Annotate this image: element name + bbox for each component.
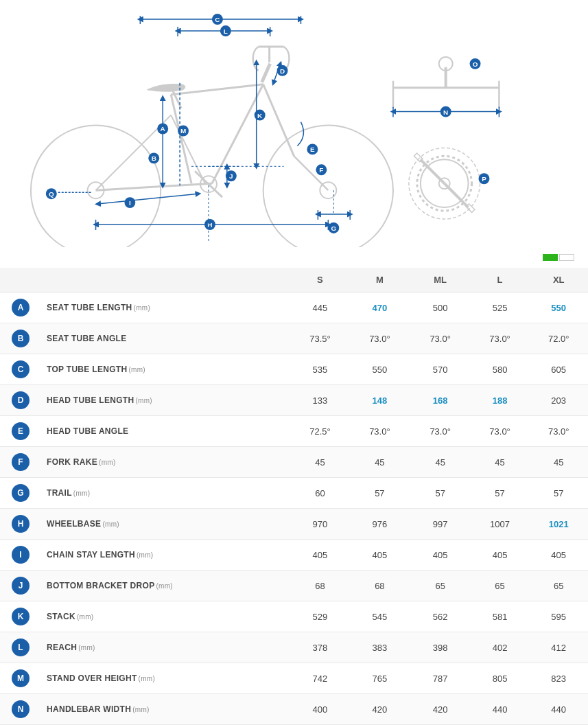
label-badge-N: N — [12, 700, 30, 718]
geometry-diagram: C L A M B D E F G — [14, 7, 574, 247]
row-name-cell: STAND OVER HEIGHT(mm) — [41, 663, 291, 694]
unit-label: (mm) — [132, 706, 150, 713]
row-value-cell: 57 — [410, 478, 471, 509]
row-value-cell: 45 — [349, 447, 410, 478]
row-value-cell: 60 — [291, 478, 350, 509]
row-badge-cell: K — [0, 601, 41, 632]
row-value-cell: 525 — [471, 292, 530, 323]
table-row: BSEAT TUBE ANGLE73.5°73.0°73.0°73.0°72.0… — [0, 323, 588, 354]
row-badge-cell: M — [0, 663, 41, 694]
label-badge-B: B — [12, 330, 30, 347]
table-row: GTRAIL(mm)6057575757 — [0, 478, 588, 509]
table-row: KSTACK(mm)529545562581595 — [0, 601, 588, 632]
row-value-cell: 73.0° — [349, 323, 410, 354]
row-value-cell: 203 — [529, 385, 588, 416]
svg-rect-0 — [14, 9, 574, 247]
table-body: ASEAT TUBE LENGTH(mm)445470500525550BSEA… — [0, 292, 588, 726]
svg-text:H: H — [207, 221, 212, 229]
col-header-measurement — [41, 268, 291, 292]
row-value-cell: 970 — [291, 509, 350, 540]
row-value-cell: 65 — [471, 571, 530, 601]
row-badge-cell: I — [0, 540, 41, 571]
table-row: EHEAD TUBE ANGLE72.5°73.0°73.0°73.0°73.0… — [0, 416, 588, 447]
unit-label: (mm) — [137, 551, 154, 559]
row-value-cell: 412 — [529, 632, 588, 663]
row-value-cell: 405 — [291, 540, 350, 571]
row-name-cell: TOP TUBE LENGTH(mm) — [41, 354, 291, 385]
label-badge-I: I — [12, 546, 30, 564]
svg-text:E: E — [310, 146, 315, 153]
row-badge-cell: D — [0, 385, 41, 416]
row-value-cell: 68 — [349, 571, 410, 601]
svg-text:K: K — [257, 112, 263, 119]
row-value-cell: 73.5° — [291, 323, 350, 354]
svg-text:Q: Q — [49, 190, 54, 198]
svg-text:A: A — [161, 125, 165, 133]
row-value-cell: 997 — [410, 509, 471, 540]
row-value-cell: 148 — [349, 385, 410, 416]
svg-text:P: P — [482, 175, 486, 183]
row-value-cell: 550 — [529, 292, 588, 323]
label-badge-F: F — [12, 453, 30, 471]
svg-text:M: M — [180, 127, 186, 135]
unit-label: (mm) — [135, 397, 152, 404]
row-value-cell: 72.5° — [291, 416, 350, 447]
row-badge-cell: B — [0, 323, 41, 354]
row-value-cell: 73.0° — [410, 323, 471, 354]
col-header-s: S — [291, 268, 350, 292]
row-badge-cell: N — [0, 694, 41, 725]
table-row: FFORK RAKE(mm)4545454545 — [0, 447, 588, 478]
row-value-cell: 765 — [349, 663, 410, 694]
svg-text:C: C — [215, 16, 220, 23]
row-value-cell: 57 — [349, 478, 410, 509]
row-value-cell: 400 — [291, 694, 350, 725]
unit-label: (mm) — [77, 613, 94, 621]
label-badge-H: H — [12, 515, 30, 533]
row-name-cell: BOTTOM BRACKET DROP(mm) — [41, 571, 291, 601]
row-name-cell: CHAIN STAY LENGTH(mm) — [41, 540, 291, 571]
label-badge-J: J — [12, 577, 30, 595]
label-badge-M: M — [12, 669, 30, 687]
row-value-cell: 57 — [471, 478, 530, 509]
row-name-cell: HANDLEBAR WIDTH(mm) — [41, 694, 291, 725]
col-header-l: L — [471, 268, 530, 292]
label-badge-A: A — [12, 299, 30, 317]
mm-button[interactable] — [543, 254, 558, 261]
row-value-cell: 402 — [471, 632, 530, 663]
table-row: LREACH(mm)378383398402412 — [0, 632, 588, 663]
row-value-cell: 383 — [349, 632, 410, 663]
table-row: ASEAT TUBE LENGTH(mm)445470500525550 — [0, 292, 588, 323]
row-value-cell: 570 — [410, 354, 471, 385]
row-value-cell: 470 — [349, 292, 410, 323]
svg-text:I: I — [129, 199, 131, 207]
table-row: NHANDLEBAR WIDTH(mm)400420420440440 — [0, 694, 588, 725]
row-name-cell: WHEELBASE(mm) — [41, 509, 291, 540]
row-value-cell: 545 — [349, 601, 410, 632]
row-value-cell: 188 — [471, 385, 530, 416]
row-name-cell: STACK(mm) — [41, 601, 291, 632]
label-badge-G: G — [12, 484, 30, 502]
row-value-cell: 535 — [291, 354, 350, 385]
row-badge-cell: A — [0, 292, 41, 323]
row-name-cell: REACH(mm) — [41, 632, 291, 663]
row-value-cell: 445 — [291, 292, 350, 323]
col-header-ml: ML — [410, 268, 471, 292]
unit-label: (mm) — [102, 520, 119, 528]
table-row: DHEAD TUBE LENGTH(mm)133148168188203 — [0, 385, 588, 416]
row-value-cell: 45 — [291, 447, 350, 478]
row-value-cell: 405 — [410, 540, 471, 571]
row-badge-cell: E — [0, 416, 41, 447]
table-row: CTOP TUBE LENGTH(mm)535550570580605 — [0, 354, 588, 385]
svg-text:L: L — [224, 27, 228, 35]
inches-button[interactable] — [559, 254, 574, 261]
row-value-cell: 581 — [471, 601, 530, 632]
bike-diagram: C L A M B D E F G — [0, 0, 588, 247]
row-value-cell: 73.0° — [471, 323, 530, 354]
row-value-cell: 73.0° — [410, 416, 471, 447]
row-value-cell: 440 — [471, 694, 530, 725]
col-header-xl: XL — [529, 268, 588, 292]
row-value-cell: 440 — [529, 694, 588, 725]
svg-text:N: N — [443, 108, 448, 116]
table-row: JBOTTOM BRACKET DROP(mm)6868656565 — [0, 571, 588, 601]
row-value-cell: 1007 — [471, 509, 530, 540]
